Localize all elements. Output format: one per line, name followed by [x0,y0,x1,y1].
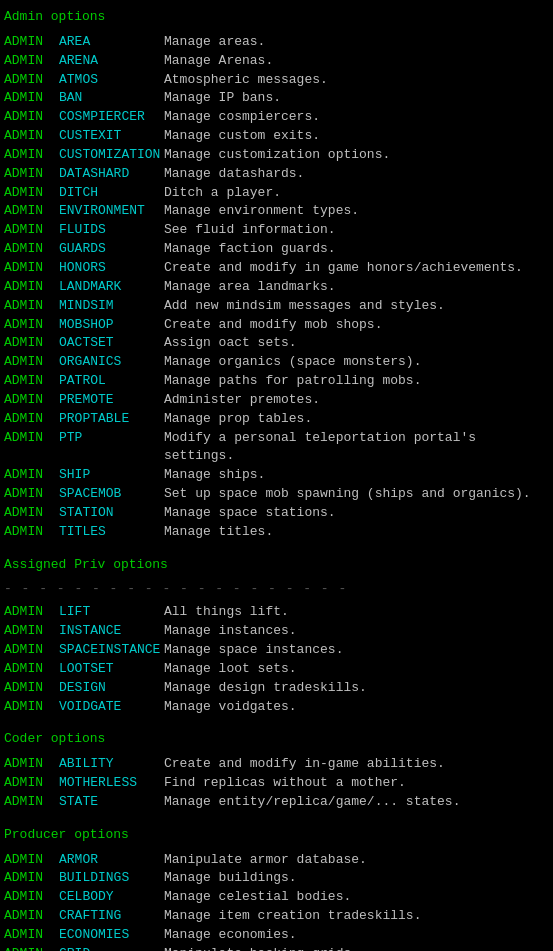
command-row: ADMINMINDSIMAdd new mindsim messages and… [4,297,549,316]
command-name: GRID [59,945,164,951]
command-desc: Manage loot sets. [164,660,297,679]
command-prefix: ADMIN [4,165,59,184]
command-name: ARENA [59,52,164,71]
command-row: ADMINPTPModify a personal teleportation … [4,429,549,467]
command-desc: Manage instances. [164,622,297,641]
command-prefix: ADMIN [4,429,59,467]
command-row: ADMINSHIPManage ships. [4,466,549,485]
command-prefix: ADMIN [4,259,59,278]
command-desc: Manage custom exits. [164,127,320,146]
command-name: SPACEINSTANCE [59,641,164,660]
command-row: ADMINORGANICSManage organics (space mons… [4,353,549,372]
command-name: ABILITY [59,755,164,774]
command-prefix: ADMIN [4,316,59,335]
command-row: ADMINSPACEINSTANCEManage space instances… [4,641,549,660]
command-desc: Manipulate hacking grids. [164,945,359,951]
command-name: ENVIRONMENT [59,202,164,221]
command-name: INSTANCE [59,622,164,641]
command-name: CELBODY [59,888,164,907]
command-desc: Manage space stations. [164,504,336,523]
command-prefix: ADMIN [4,926,59,945]
command-name: BUILDINGS [59,869,164,888]
command-row: ADMINGRIDManipulate hacking grids. [4,945,549,951]
command-name: HONORS [59,259,164,278]
command-desc: Manage buildings. [164,869,297,888]
command-desc: Manage datashards. [164,165,304,184]
command-prefix: ADMIN [4,641,59,660]
command-name: LANDMARK [59,278,164,297]
command-name: DITCH [59,184,164,203]
section-title-3: Producer options [4,826,549,845]
command-prefix: ADMIN [4,391,59,410]
command-prefix: ADMIN [4,945,59,951]
command-desc: Manage IP bans. [164,89,281,108]
section-spacer [4,716,549,722]
command-prefix: ADMIN [4,127,59,146]
command-desc: Manage faction guards. [164,240,336,259]
command-prefix: ADMIN [4,146,59,165]
command-desc: Manage areas. [164,33,265,52]
command-prefix: ADMIN [4,485,59,504]
command-prefix: ADMIN [4,622,59,641]
command-desc: Find replicas without a mother. [164,774,406,793]
command-row: ADMINCUSTOMIZATIONManage customization o… [4,146,549,165]
command-name: STATION [59,504,164,523]
command-prefix: ADMIN [4,793,59,812]
command-row: ADMINGUARDSManage faction guards. [4,240,549,259]
command-row: ADMINDATASHARDManage datashards. [4,165,549,184]
command-name: LIFT [59,603,164,622]
command-desc: Administer premotes. [164,391,320,410]
command-prefix: ADMIN [4,221,59,240]
command-prefix: ADMIN [4,108,59,127]
command-row: ADMINFLUIDSSee fluid information. [4,221,549,240]
command-row: ADMINSPACEMOBSet up space mob spawning (… [4,485,549,504]
command-name: CUSTEXIT [59,127,164,146]
command-name: SHIP [59,466,164,485]
command-prefix: ADMIN [4,869,59,888]
command-prefix: ADMIN [4,334,59,353]
command-name: MINDSIM [59,297,164,316]
command-name: MOBSHOP [59,316,164,335]
command-desc: Manage titles. [164,523,273,542]
section-title-2: Coder options [4,730,549,749]
command-name: TITLES [59,523,164,542]
command-desc: Manage Arenas. [164,52,273,71]
command-desc: Create and modify in-game abilities. [164,755,445,774]
command-row: ADMINCOSMPIERCERManage cosmpiercers. [4,108,549,127]
command-desc: All things lift. [164,603,289,622]
command-prefix: ADMIN [4,372,59,391]
command-prefix: ADMIN [4,353,59,372]
command-prefix: ADMIN [4,698,59,717]
command-name: STATE [59,793,164,812]
command-prefix: ADMIN [4,523,59,542]
command-desc: Manage ships. [164,466,265,485]
command-row: ADMINATMOSAtmospheric messages. [4,71,549,90]
command-prefix: ADMIN [4,679,59,698]
command-desc: Manage paths for patrolling mobs. [164,372,421,391]
command-name: SPACEMOB [59,485,164,504]
command-name: BAN [59,89,164,108]
command-desc: Manage prop tables. [164,410,312,429]
command-row: ADMINCELBODYManage celestial bodies. [4,888,549,907]
command-name: ARMOR [59,851,164,870]
command-row: ADMINECONOMIESManage economies. [4,926,549,945]
command-desc: See fluid information. [164,221,336,240]
command-desc: Manage item creation tradeskills. [164,907,421,926]
command-desc: Manage design tradeskills. [164,679,367,698]
command-desc: Create and modify in game honors/achieve… [164,259,523,278]
command-name: PTP [59,429,164,467]
command-prefix: ADMIN [4,297,59,316]
command-name: FLUIDS [59,221,164,240]
command-row: ADMINCUSTEXITManage custom exits. [4,127,549,146]
command-name: LOOTSET [59,660,164,679]
command-name: CUSTOMIZATION [59,146,164,165]
command-desc: Manage celestial bodies. [164,888,351,907]
command-row: ADMINSTATIONManage space stations. [4,504,549,523]
command-desc: Manipulate armor database. [164,851,367,870]
command-desc: Manage voidgates. [164,698,297,717]
command-name: ECONOMIES [59,926,164,945]
command-row: ADMINOACTSETAssign oact sets. [4,334,549,353]
command-row: ADMINLANDMARKManage area landmarks. [4,278,549,297]
command-desc: Manage area landmarks. [164,278,336,297]
section-divider-1: - - - - - - - - - - - - - - - - - - - - [4,580,549,599]
